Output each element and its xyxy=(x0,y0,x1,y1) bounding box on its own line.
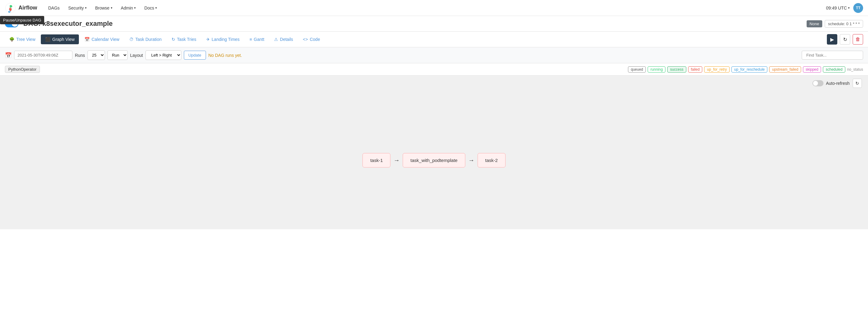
legend-items: queued running success failed up_for_ret… xyxy=(628,66,863,73)
tab-gantt[interactable]: ≡ Gantt xyxy=(245,34,269,44)
legend-bar: PythonOperator queued running success fa… xyxy=(0,63,868,76)
layout-select[interactable]: Left > Right xyxy=(146,50,181,60)
tab-actions: ▶ ↻ 🗑 xyxy=(827,34,863,45)
airflow-logo-icon xyxy=(5,2,16,13)
graph-refresh-button[interactable]: ↻ xyxy=(852,79,862,88)
legend-no-status: no_status xyxy=(847,67,863,72)
legend-up-reschedule: up_for_reschedule xyxy=(732,66,767,73)
nav-right: 09:49 UTC ▾ TT xyxy=(826,3,863,13)
arrow-icon: → xyxy=(394,157,400,164)
navbar: Airflow DAGs Security ▾ Browse ▾ Admin ▾… xyxy=(0,0,868,16)
tab-calendar-view[interactable]: 📅 Calendar View xyxy=(80,34,124,44)
tab-task-duration[interactable]: ⏱ Task Duration xyxy=(125,34,166,44)
pause-unpause-tooltip: Pause/Unpause DAG xyxy=(0,16,44,24)
arrow-icon: → xyxy=(468,157,474,164)
trigger-dag-button[interactable]: ▶ xyxy=(827,34,837,45)
controls-bar: 📅 Runs 25 Run Layout Left > Right Update… xyxy=(0,47,868,63)
nav-admin[interactable]: Admin ▾ xyxy=(117,4,140,12)
chevron-down-icon: ▾ xyxy=(155,6,157,9)
task-node-task2[interactable]: task-2 xyxy=(477,153,505,167)
nav-docs[interactable]: Docs ▾ xyxy=(141,4,160,12)
avatar[interactable]: TT xyxy=(853,3,863,13)
legend-success: success xyxy=(667,66,686,73)
auto-refresh-toggle: Auto-refresh xyxy=(812,80,849,86)
legend-scheduled: scheduled xyxy=(823,66,845,73)
time-dropdown-icon: ▾ xyxy=(848,6,849,9)
tab-task-tries[interactable]: ↻ Task Tries xyxy=(167,34,201,44)
details-icon: ⚠ xyxy=(274,37,278,42)
brand: Airflow xyxy=(5,2,37,13)
date-input[interactable] xyxy=(14,51,72,60)
dag-flow: task-1 → task_with_podtemplate → task-2 xyxy=(0,91,868,229)
tab-landing-times[interactable]: ✈ Landing Times xyxy=(202,34,244,44)
auto-refresh-switch[interactable] xyxy=(812,80,824,86)
calendar-icon: 📅 xyxy=(84,37,90,42)
update-button[interactable]: Update xyxy=(184,51,206,60)
graph-icon: ⬛ xyxy=(45,37,50,42)
run-select[interactable]: Run xyxy=(107,50,128,60)
tries-icon: ↻ xyxy=(172,37,175,42)
find-task-input[interactable] xyxy=(802,51,863,60)
task-node-task-with-podtemplate[interactable]: task_with_podtemplate xyxy=(403,153,465,167)
code-icon: <> xyxy=(303,37,308,42)
brand-name: Airflow xyxy=(19,5,37,11)
dag-header: DAG: k8sexecutor_example None schedule: … xyxy=(0,16,868,32)
tab-details[interactable]: ⚠ Details xyxy=(270,34,298,44)
delete-dag-button[interactable]: 🗑 xyxy=(852,34,863,45)
operator-badge: PythonOperator xyxy=(5,66,40,73)
nav-security[interactable]: Security ▾ xyxy=(64,4,90,12)
legend-running: running xyxy=(648,66,665,73)
auto-refresh-knob xyxy=(813,81,818,86)
gantt-icon: ≡ xyxy=(250,37,252,42)
calendar-picker-icon[interactable]: 📅 xyxy=(5,52,12,59)
auto-refresh-label: Auto-refresh xyxy=(826,81,849,86)
duration-icon: ⏱ xyxy=(129,37,133,42)
schedule-text: schedule: 0 1 * * * xyxy=(825,20,863,28)
graph-area: Auto-refresh ↻ task-1 → task_with_podtem… xyxy=(0,76,868,229)
dag-name: k8sexecutor_example xyxy=(42,20,113,27)
time-display[interactable]: 09:49 UTC ▾ xyxy=(826,5,849,10)
nav-browse[interactable]: Browse ▾ xyxy=(91,4,116,12)
runs-label: Runs xyxy=(75,53,85,58)
legend-skipped: skipped xyxy=(803,66,821,73)
legend-failed: failed xyxy=(688,66,703,73)
auto-refresh-bar: Auto-refresh ↻ xyxy=(0,76,868,91)
chevron-down-icon: ▾ xyxy=(134,6,136,9)
nav-menu: DAGs Security ▾ Browse ▾ Admin ▾ Docs ▾ xyxy=(44,4,826,12)
runs-select[interactable]: 25 xyxy=(88,50,105,60)
tab-tree-view[interactable]: 🌳 Tree View xyxy=(5,34,40,44)
nav-dags[interactable]: DAGs xyxy=(44,4,63,12)
tab-graph-view[interactable]: ⬛ Graph View xyxy=(41,34,79,44)
no-runs-message: No DAG runs yet. xyxy=(208,53,242,58)
tab-code[interactable]: <> Code xyxy=(299,34,324,44)
task-node-task1[interactable]: task-1 xyxy=(363,153,391,167)
landing-icon: ✈ xyxy=(206,37,210,42)
schedule-none-badge: None xyxy=(807,20,822,27)
tree-icon: 🌳 xyxy=(9,37,14,42)
legend-queued: queued xyxy=(628,66,646,73)
legend-upstream-failed: upstream_failed xyxy=(769,66,801,73)
dag-schedule: None schedule: 0 1 * * * xyxy=(807,20,863,28)
chevron-down-icon: ▾ xyxy=(85,6,87,9)
refresh-button[interactable]: ↻ xyxy=(840,34,850,45)
chevron-down-icon: ▾ xyxy=(111,6,112,9)
layout-label: Layout xyxy=(130,53,143,58)
tab-bar: 🌳 Tree View ⬛ Graph View 📅 Calendar View… xyxy=(0,32,868,47)
legend-up-retry: up_for_retry xyxy=(704,66,730,73)
